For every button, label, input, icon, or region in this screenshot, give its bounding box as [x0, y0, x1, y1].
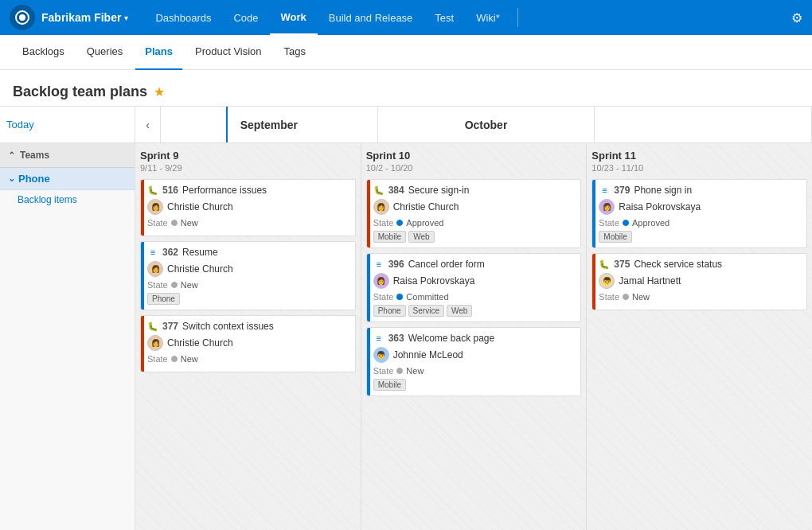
card-362-state-dot: [171, 282, 178, 288]
card-363-title: Welcome back page: [408, 333, 495, 344]
card-362-tags: Phone: [147, 293, 349, 305]
nav-code[interactable]: Code: [222, 0, 269, 35]
work-card-379[interactable]: ≡ 379 Phone sign in 👩 Raisa Pokrovskaya …: [591, 179, 807, 248]
card-396-assignee-row: 👩 Raisa Pokrovskaya: [373, 273, 575, 289]
card-375-state-label: State: [599, 292, 619, 302]
nav-dashboards[interactable]: Dashboards: [144, 0, 222, 35]
card-375-id: 375: [614, 259, 630, 270]
card-375-title: Check service status: [634, 259, 722, 270]
sprint-9-dates: 9/11 - 9/29: [140, 163, 356, 173]
card-384-assignee-row: 👩 Christie Church: [373, 199, 575, 215]
subnav-tags[interactable]: Tags: [275, 35, 315, 70]
card-379-assignee: Raisa Pokrovskaya: [619, 201, 701, 212]
card-516-assignee: Christie Church: [167, 201, 233, 212]
month-empty: [595, 107, 812, 142]
subnav-queries[interactable]: Queries: [77, 35, 133, 70]
card-396-state-row: State Committed: [373, 292, 575, 302]
avatar-363: 👦: [373, 347, 389, 363]
subnav-product-vision[interactable]: Product Vision: [185, 35, 271, 70]
work-card-384[interactable]: 🐛 384 Secure sign-in 👩 Christie Church S…: [366, 179, 582, 248]
avatar-375: 👦: [599, 273, 615, 289]
nav-build-release[interactable]: Build and Release: [318, 0, 424, 35]
sprint-10-name: Sprint 10: [366, 150, 582, 162]
sidebar-today-area: Today: [0, 107, 135, 143]
team-phone[interactable]: ⌄ Phone: [0, 168, 135, 190]
work-card-375[interactable]: 🐛 375 Check service status 👦 Jamal Hartn…: [591, 253, 807, 310]
team-expand-icon: ⌄: [8, 173, 15, 184]
bug-icon-384: 🐛: [373, 185, 385, 196]
teams-header: ⌃ Teams: [0, 143, 135, 168]
teams-label: Teams: [20, 150, 49, 161]
sprints-container: Sprint 9 9/11 - 9/29 🐛 516 Performance i…: [135, 143, 812, 530]
card-377-title-row: 🐛 377 Switch context issues: [147, 321, 349, 332]
card-375-assignee-row: 👦 Jamal Hartnett: [599, 273, 800, 289]
card-363-state-dot: [396, 368, 403, 374]
card-379-state-label: State: [599, 218, 619, 228]
team-name: Phone: [18, 173, 50, 185]
work-card-396[interactable]: ≡ 396 Cancel order form 👩 Raisa Pokrovsk…: [366, 253, 582, 322]
tag-mobile-363: Mobile: [373, 379, 406, 391]
sub-navigation: Backlogs Queries Plans Product Vision Ta…: [0, 35, 812, 70]
nav-test[interactable]: Test: [424, 0, 465, 35]
card-384-assignee: Christie Church: [393, 201, 459, 212]
work-card-363[interactable]: ≡ 363 Welcome back page 👦 Johnnie McLeod…: [366, 327, 582, 396]
card-363-id: 363: [388, 333, 404, 344]
svg-point-1: [19, 14, 25, 21]
settings-icon[interactable]: ⚙: [791, 10, 802, 25]
bug-icon-375: 🐛: [599, 259, 610, 270]
card-377-state-dot: [171, 356, 178, 362]
tag-phone-396: Phone: [373, 305, 406, 317]
nav-items: Dashboards Code Work Build and Release T…: [144, 0, 510, 35]
card-379-tags: Mobile: [599, 231, 800, 243]
card-516-state-row: State New: [147, 218, 349, 228]
card-379-state-row: State Approved: [599, 218, 800, 228]
card-377-assignee-row: 👩 Christie Church: [147, 335, 349, 351]
nav-wiki[interactable]: Wiki*: [465, 0, 511, 35]
favorite-star-icon[interactable]: ★: [154, 84, 165, 99]
card-379-title-row: ≡ 379 Phone sign in: [599, 185, 800, 196]
card-363-state-row: State New: [373, 366, 575, 376]
card-379-id: 379: [614, 185, 630, 196]
nav-work[interactable]: Work: [270, 0, 318, 35]
work-card-516[interactable]: 🐛 516 Performance issues 👩 Christie Chur…: [140, 179, 356, 236]
work-card-362[interactable]: ≡ 362 Resume 👩 Christie Church State New: [140, 241, 356, 310]
story-icon-396: ≡: [373, 259, 385, 270]
month-september: September: [161, 107, 378, 142]
page-header: Backlog team plans ★: [0, 70, 812, 107]
team-backlog-items[interactable]: Backlog items: [0, 190, 135, 209]
nav-prev-arrow[interactable]: ‹: [135, 107, 161, 142]
tag-phone-362: Phone: [147, 293, 180, 305]
card-384-tags: Mobile Web: [373, 231, 575, 243]
subnav-backlogs[interactable]: Backlogs: [13, 35, 74, 70]
app-name-chevron[interactable]: ▾: [124, 14, 128, 22]
today-link[interactable]: Today: [6, 119, 34, 131]
month-headers: September October: [161, 107, 812, 142]
card-516-assignee-row: 👩 Christie Church: [147, 199, 349, 215]
card-384-state-row: State Approved: [373, 218, 575, 228]
card-384-state-value: Approved: [406, 218, 443, 228]
sprint-9-name: Sprint 9: [140, 150, 356, 162]
card-363-tags: Mobile: [373, 379, 575, 391]
collapse-icon[interactable]: ⌃: [8, 150, 15, 161]
card-375-state-value: New: [632, 292, 650, 302]
sprint-11-dates: 10/23 - 11/10: [591, 163, 807, 173]
card-396-title: Cancel order form: [408, 259, 485, 270]
card-375-state-dot: [623, 294, 629, 300]
main-layout: Today ⌃ Teams ⌄ Phone Backlog items ‹ Se…: [0, 107, 812, 530]
card-377-state-row: State New: [147, 354, 349, 364]
card-516-title-row: 🐛 516 Performance issues: [147, 185, 349, 196]
card-396-assignee: Raisa Pokrovskaya: [393, 275, 475, 286]
card-377-assignee: Christie Church: [167, 337, 233, 349]
page-title: Backlog team plans: [13, 84, 147, 100]
sprint-9-column: Sprint 9 9/11 - 9/29 🐛 516 Performance i…: [135, 143, 361, 530]
card-363-state-label: State: [373, 366, 394, 376]
card-377-title: Switch context issues: [182, 321, 274, 332]
tag-mobile-384: Mobile: [373, 231, 406, 243]
app-logo: [10, 5, 35, 30]
work-card-377[interactable]: 🐛 377 Switch context issues 👩 Christie C…: [140, 315, 356, 372]
card-377-state-label: State: [147, 354, 168, 364]
subnav-plans[interactable]: Plans: [135, 35, 182, 70]
card-396-state-value: Committed: [406, 292, 448, 302]
card-396-tags: Phone Service Web: [373, 305, 575, 317]
sprint-11-column: Sprint 11 10/23 - 11/10 ≡ 379 Phone sign…: [587, 143, 812, 530]
